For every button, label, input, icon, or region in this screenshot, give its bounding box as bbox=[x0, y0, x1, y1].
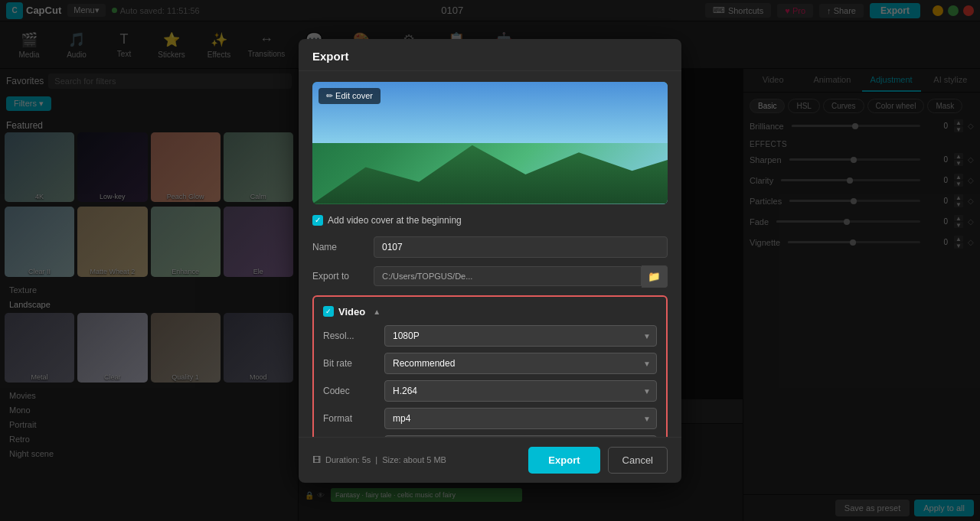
film-icon: 🎞 bbox=[312, 455, 321, 464]
format-select[interactable]: mp4 mov avi bbox=[384, 408, 657, 429]
video-section-header: ✓ Video ▲ bbox=[323, 306, 657, 317]
modal-footer: 🎞 Duration: 5s | Size: about 5 MB Export… bbox=[299, 437, 681, 483]
name-row: Name bbox=[312, 236, 668, 258]
bitrate-select-wrapper: Low Medium Recommended High ▼ bbox=[384, 353, 657, 374]
resolution-label: Resol... bbox=[323, 331, 384, 341]
footer-info: 🎞 Duration: 5s | Size: about 5 MB bbox=[312, 455, 446, 464]
add-cover-checkbox[interactable]: ✓ bbox=[312, 215, 323, 226]
cover-preview: ✏ Edit cover bbox=[312, 82, 668, 204]
export-path-input[interactable] bbox=[374, 266, 642, 286]
add-cover-label: Add video cover at the beginning bbox=[328, 215, 462, 226]
framerate-select[interactable]: 24fps 25fps 30fps 60fps bbox=[384, 435, 657, 437]
resolution-select-wrapper: 720P 1080P 2K 4K ▼ bbox=[384, 325, 657, 347]
name-input[interactable] bbox=[374, 236, 668, 258]
edit-cover-button[interactable]: ✏ Edit cover bbox=[318, 88, 381, 104]
bitrate-row: Bit rate Low Medium Recommended High ▼ bbox=[323, 353, 657, 374]
video-section-title: Video bbox=[338, 306, 365, 317]
modal-overlay: Export ✏ Edit cover ✓ Add video cover at… bbox=[0, 0, 980, 521]
format-select-wrapper: mp4 mov avi ▼ bbox=[384, 408, 657, 429]
format-label: Format bbox=[323, 413, 384, 424]
video-checkbox[interactable]: ✓ bbox=[323, 306, 334, 317]
name-label: Name bbox=[312, 242, 374, 252]
footer-actions: Export Cancel bbox=[528, 447, 668, 474]
codec-select[interactable]: H.264 H.265 ProRes bbox=[384, 380, 657, 402]
export-to-label: Export to bbox=[312, 271, 374, 282]
resolution-row: Resol... 720P 1080P 2K 4K ▼ bbox=[323, 325, 657, 347]
duration-text: Duration: 5s bbox=[325, 455, 371, 464]
add-cover-row: ✓ Add video cover at the beginning bbox=[312, 215, 668, 226]
video-section: ✓ Video ▲ Resol... 720P 1080P 2K 4K ▼ bbox=[312, 295, 668, 437]
export-modal: Export ✏ Edit cover ✓ Add video cover at… bbox=[299, 39, 681, 483]
framerate-select-wrapper: 24fps 25fps 30fps 60fps ▼ bbox=[384, 435, 657, 437]
format-row: Format mp4 mov avi ▼ bbox=[323, 408, 657, 429]
export-main-button[interactable]: Export bbox=[528, 447, 599, 474]
folder-browse-button[interactable]: 📁 bbox=[642, 265, 668, 288]
modal-body: ✏ Edit cover ✓ Add video cover at the be… bbox=[299, 71, 681, 437]
resolution-select[interactable]: 720P 1080P 2K 4K bbox=[384, 325, 657, 347]
video-expand-icon[interactable]: ▲ bbox=[373, 308, 381, 316]
modal-header: Export bbox=[299, 39, 681, 71]
codec-label: Codec bbox=[323, 386, 384, 396]
codec-select-wrapper: H.264 H.265 ProRes ▼ bbox=[384, 380, 657, 402]
cancel-button[interactable]: Cancel bbox=[608, 447, 668, 474]
modal-title: Export bbox=[312, 50, 349, 63]
bitrate-label: Bit rate bbox=[323, 358, 384, 369]
codec-row: Codec H.264 H.265 ProRes ▼ bbox=[323, 380, 657, 402]
export-path-container: 📁 bbox=[374, 265, 668, 288]
bitrate-select[interactable]: Low Medium Recommended High bbox=[384, 353, 657, 374]
export-to-row: Export to 📁 bbox=[312, 265, 668, 288]
size-text: Size: about 5 MB bbox=[382, 455, 446, 464]
